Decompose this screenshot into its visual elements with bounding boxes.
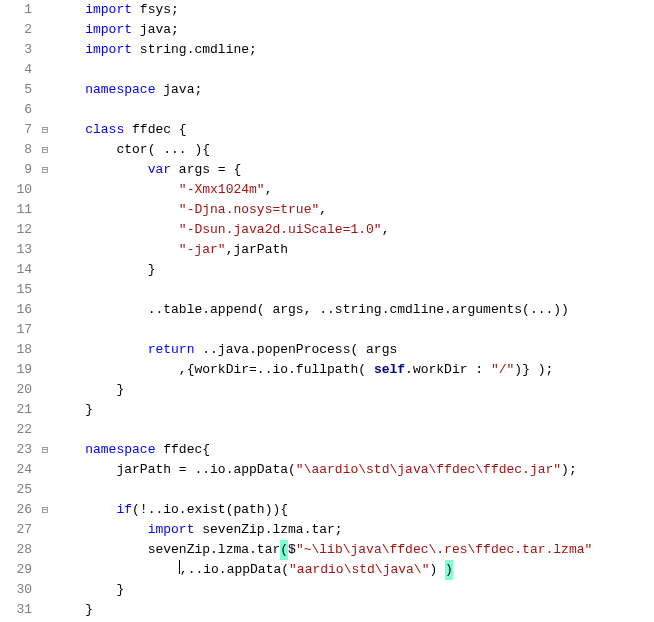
- code-token: "\aardio\std\java\ffdec\ffdec.jar": [296, 460, 561, 480]
- code-line[interactable]: jarPath = ..io.appData("\aardio\std\java…: [54, 460, 654, 480]
- fold-spacer: [38, 380, 52, 400]
- fold-toggle-icon[interactable]: ⊟: [38, 440, 52, 460]
- fold-spacer: [38, 520, 52, 540]
- fold-spacer: [38, 340, 52, 360]
- code-line[interactable]: import fsys;: [54, 0, 654, 20]
- fold-spacer: [38, 540, 52, 560]
- code-token: }: [116, 580, 124, 600]
- code-token: );: [561, 460, 577, 480]
- code-line[interactable]: }: [54, 600, 654, 620]
- fold-spacer: [38, 0, 52, 20]
- code-token: import: [85, 40, 132, 60]
- code-token: import: [85, 0, 132, 20]
- code-line[interactable]: ,..io.appData("aardio\std\java\") ): [54, 560, 654, 580]
- code-token: sevenZip.lzma.tar;: [194, 520, 342, 540]
- fold-spacer: [38, 260, 52, 280]
- code-line[interactable]: namespace java;: [54, 80, 654, 100]
- fold-toggle-icon[interactable]: ⊟: [38, 500, 52, 520]
- line-number: 13: [0, 240, 32, 260]
- code-line[interactable]: if(!..io.exist(path)){: [54, 500, 654, 520]
- code-token: "/": [491, 360, 514, 380]
- code-token: jarPath = ..io.appData(: [116, 460, 295, 480]
- code-line[interactable]: }: [54, 380, 654, 400]
- code-token: string.cmdline;: [132, 40, 257, 60]
- code-token: ,: [319, 200, 327, 220]
- code-line[interactable]: import java;: [54, 20, 654, 40]
- line-number: 21: [0, 400, 32, 420]
- code-line[interactable]: ,{workDir=..io.fullpath( self.workDir : …: [54, 360, 654, 380]
- fold-toggle-icon[interactable]: ⊟: [38, 160, 52, 180]
- code-token: java;: [132, 20, 179, 40]
- fold-spacer: [38, 40, 52, 60]
- code-token: "-Xmx1024m": [179, 180, 265, 200]
- line-number: 26: [0, 500, 32, 520]
- code-token: fsys;: [132, 0, 179, 20]
- code-line[interactable]: class ffdec {: [54, 120, 654, 140]
- line-number: 5: [0, 80, 32, 100]
- fold-gutter[interactable]: ⊟⊟⊟⊟⊟: [38, 0, 52, 620]
- line-number: 18: [0, 340, 32, 360]
- code-line[interactable]: import string.cmdline;: [54, 40, 654, 60]
- line-number: 14: [0, 260, 32, 280]
- code-line[interactable]: }: [54, 580, 654, 600]
- code-line[interactable]: ctor( ... ){: [54, 140, 654, 160]
- code-area[interactable]: import fsys; import java; import string.…: [52, 0, 654, 620]
- line-number: 7: [0, 120, 32, 140]
- code-line[interactable]: [54, 280, 654, 300]
- code-line[interactable]: [54, 60, 654, 80]
- code-line[interactable]: "-Xmx1024m",: [54, 180, 654, 200]
- code-token: ffdec{: [155, 440, 210, 460]
- code-token: (!..io.exist(path)){: [132, 500, 288, 520]
- code-token: }: [116, 380, 124, 400]
- code-token: var: [148, 160, 171, 180]
- code-line[interactable]: ..table.append( args, ..string.cmdline.a…: [54, 300, 654, 320]
- line-number-gutter: 1234567891011121314151617181920212223242…: [0, 0, 38, 620]
- line-number: 15: [0, 280, 32, 300]
- code-line[interactable]: [54, 420, 654, 440]
- fold-toggle-icon[interactable]: ⊟: [38, 140, 52, 160]
- code-token: )} );: [514, 360, 553, 380]
- line-number: 19: [0, 360, 32, 380]
- fold-spacer: [38, 200, 52, 220]
- fold-spacer: [38, 600, 52, 620]
- code-line[interactable]: "-jar",jarPath: [54, 240, 654, 260]
- line-number: 6: [0, 100, 32, 120]
- code-line[interactable]: namespace ffdec{: [54, 440, 654, 460]
- code-line[interactable]: import sevenZip.lzma.tar;: [54, 520, 654, 540]
- fold-spacer: [38, 560, 52, 580]
- line-number: 25: [0, 480, 32, 500]
- code-token: return: [148, 340, 195, 360]
- code-token: namespace: [85, 440, 155, 460]
- code-token: (: [280, 540, 288, 560]
- code-line[interactable]: "-Dsun.java2d.uiScale=1.0",: [54, 220, 654, 240]
- code-line[interactable]: "-Djna.nosys=true",: [54, 200, 654, 220]
- fold-spacer: [38, 360, 52, 380]
- code-line[interactable]: sevenZip.lzma.tar($"~\lib\java\ffdec\.re…: [54, 540, 654, 560]
- fold-spacer: [38, 580, 52, 600]
- line-number: 3: [0, 40, 32, 60]
- fold-toggle-icon[interactable]: ⊟: [38, 120, 52, 140]
- code-line[interactable]: [54, 480, 654, 500]
- code-token: "~\lib\java\ffdec\.res\ffdec.tar.lzma": [296, 540, 592, 560]
- code-line[interactable]: }: [54, 400, 654, 420]
- code-line[interactable]: [54, 100, 654, 120]
- fold-spacer: [38, 420, 52, 440]
- line-number: 22: [0, 420, 32, 440]
- code-token: "-jar": [179, 240, 226, 260]
- code-line[interactable]: }: [54, 260, 654, 280]
- code-token: ..java.popenProcess( args: [194, 340, 397, 360]
- code-line[interactable]: [54, 320, 654, 340]
- code-token: if: [116, 500, 132, 520]
- fold-spacer: [38, 180, 52, 200]
- code-editor[interactable]: 1234567891011121314151617181920212223242…: [0, 0, 654, 620]
- code-token: "aardio\std\java\": [289, 560, 429, 580]
- fold-spacer: [38, 320, 52, 340]
- line-number: 17: [0, 320, 32, 340]
- code-token: ctor( ... ){: [116, 140, 210, 160]
- code-line[interactable]: return ..java.popenProcess( args: [54, 340, 654, 360]
- code-line[interactable]: var args = {: [54, 160, 654, 180]
- code-token: }: [85, 600, 93, 620]
- code-token: $: [288, 540, 296, 560]
- code-token: }: [148, 260, 156, 280]
- code-token: ..table.append( args, ..string.cmdline.a…: [148, 300, 569, 320]
